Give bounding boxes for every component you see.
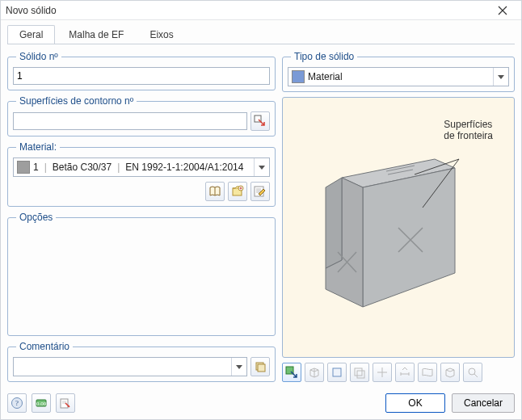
tool-section-button[interactable] <box>418 363 437 382</box>
material-number: 1 <box>33 162 39 173</box>
group-solid-type: Tipo de sólido Material <box>282 51 515 92</box>
cancel-button[interactable]: Cancelar <box>452 393 515 413</box>
box-icon <box>444 366 457 379</box>
favorite-button[interactable] <box>56 393 75 413</box>
precision-button[interactable]: 0.00 <box>32 393 51 413</box>
group-label: Tipo de sólido <box>291 51 357 62</box>
precision-icon: 0.00 <box>35 397 48 410</box>
dialog-window: Novo sólido Geral Malha de EF Eixos Sóli… <box>0 0 522 420</box>
favorite-icon <box>59 397 72 410</box>
material-new-button[interactable] <box>228 182 247 201</box>
type-swatch-icon <box>292 70 305 83</box>
svg-point-15 <box>469 368 475 375</box>
titlebar: Novo sólido <box>1 1 521 20</box>
comment-combo[interactable] <box>13 357 247 376</box>
chevron-down-icon <box>493 68 508 86</box>
solid-type-value: Material <box>308 71 343 82</box>
group-label: Sólido nº <box>16 51 61 62</box>
right-column: Tipo de sólido Material Superfícies de f… <box>282 51 515 382</box>
group-label: Comentário <box>16 341 73 352</box>
pick-surfaces-button[interactable] <box>250 111 270 131</box>
pick-icon <box>254 115 267 128</box>
tab-geral[interactable]: Geral <box>7 25 55 44</box>
tool-dim-button[interactable] <box>395 363 415 382</box>
group-material: Material: 1 | Betão C30/37 | EN 1992-1-1… <box>7 141 276 207</box>
solid-type-combo[interactable]: Material <box>288 67 509 86</box>
group-label: Superfícies de contorno nº <box>16 95 137 107</box>
help-icon: ? <box>11 397 23 410</box>
svg-rect-14 <box>357 371 364 378</box>
svg-rect-12 <box>333 368 341 376</box>
book-icon <box>208 185 221 198</box>
ok-button[interactable]: OK <box>385 393 445 413</box>
tool-zoom-button[interactable] <box>463 363 482 382</box>
group-options: Opções <box>7 212 276 336</box>
group-boundary-surfaces: Superfícies de contorno nº <box>7 95 276 136</box>
tabstrip: Geral Malha de EF Eixos <box>1 20 521 44</box>
section-icon <box>421 366 434 379</box>
material-combo[interactable]: 1 | Betão C30/37 | EN 1992-1-1:2004/A1:2… <box>13 158 270 177</box>
left-column: Sólido nº Superfícies de contorno nº Mat… <box>7 51 276 382</box>
dimension-icon <box>398 366 411 379</box>
material-name: Betão C30/37 <box>53 162 112 173</box>
content-area: Sólido nº Superfícies de contorno nº Mat… <box>1 44 521 388</box>
cursor-icon <box>285 366 298 379</box>
tab-malha[interactable]: Malha de EF <box>57 25 136 44</box>
material-norm: EN 1992-1-1:2004/A1:2014 <box>125 162 243 173</box>
svg-text:0.00: 0.00 <box>36 401 47 407</box>
tool-view-button[interactable] <box>327 363 347 382</box>
group-label: Material: <box>16 141 60 153</box>
footer: ? 0.00 OK Cancelar <box>1 388 521 419</box>
preview-toolbar <box>282 363 515 382</box>
square-icon <box>330 366 343 379</box>
crosshair-icon <box>376 366 389 379</box>
material-library-button[interactable] <box>205 182 225 201</box>
tab-eixos[interactable]: Eixos <box>137 25 185 44</box>
svg-rect-5 <box>258 364 265 372</box>
group-label: Opções <box>16 212 56 223</box>
cube-icon <box>308 366 321 379</box>
solid-no-input[interactable] <box>13 67 270 85</box>
boundary-surfaces-input[interactable] <box>13 112 247 130</box>
tool-layers-button[interactable] <box>350 363 369 382</box>
help-button[interactable]: ? <box>7 393 27 413</box>
preview-annotation: Superfícies de fronteira <box>444 119 493 142</box>
zoom-icon <box>466 366 479 379</box>
window-title: Novo sólido <box>6 5 57 16</box>
tool-crosshair-button[interactable] <box>373 363 392 382</box>
comment-library-button[interactable] <box>250 357 270 376</box>
new-folder-icon <box>231 185 244 198</box>
preview-panel: Superfícies de fronteira <box>282 97 515 358</box>
layers-icon <box>353 366 366 379</box>
tool-solid-button[interactable] <box>305 363 324 382</box>
edit-icon <box>254 185 267 198</box>
chevron-down-icon <box>254 158 269 176</box>
close-button[interactable] <box>489 2 516 19</box>
svg-text:?: ? <box>15 399 19 407</box>
group-solid-no: Sólido nº <box>7 51 276 90</box>
close-icon <box>498 6 507 15</box>
material-edit-button[interactable] <box>250 182 270 201</box>
material-swatch-icon <box>17 161 30 174</box>
group-comment: Comentário <box>7 341 276 382</box>
tool-box-button[interactable] <box>440 363 460 382</box>
chevron-down-icon <box>231 358 246 376</box>
stack-icon <box>254 360 267 373</box>
svg-rect-13 <box>355 368 362 376</box>
preview-illustration <box>293 115 503 341</box>
tool-select-button[interactable] <box>282 363 301 382</box>
